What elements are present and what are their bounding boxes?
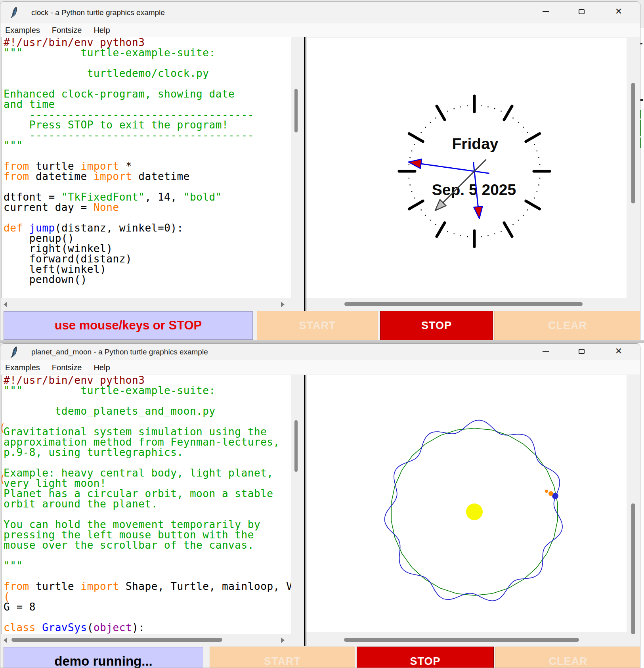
code-line: penup() bbox=[2, 233, 291, 243]
menu-fontsize[interactable]: Fontsize bbox=[52, 26, 82, 35]
code-view[interactable]: #!/usr/bin/env python3""" turtle-example… bbox=[1, 37, 291, 298]
start-button[interactable]: START bbox=[257, 311, 378, 340]
hour-tick bbox=[526, 134, 540, 142]
minute-hand-arrowhead bbox=[474, 206, 482, 218]
minute-dot bbox=[523, 215, 524, 216]
scroll-thumb[interactable] bbox=[344, 638, 579, 642]
minute-dot bbox=[481, 105, 482, 106]
minute-dot bbox=[454, 108, 455, 109]
code-view[interactable]: #!/usr/bin/env python3""" turtle-example… bbox=[1, 375, 291, 634]
titlebar[interactable]: clock - a Python turtle graphics example… bbox=[0, 2, 640, 23]
menubar: Examples Fontsize Help bbox=[0, 23, 640, 37]
minute-dot bbox=[539, 178, 540, 178]
scroll-thumb[interactable] bbox=[294, 420, 298, 472]
minute-dot bbox=[421, 132, 422, 133]
canvas-vertical-scrollbar[interactable] bbox=[627, 37, 640, 311]
minute-dot bbox=[409, 184, 410, 185]
scroll-right-arrow-icon[interactable] bbox=[281, 637, 285, 643]
titlebar[interactable]: planet_and_moon - a Python turtle graphi… bbox=[0, 344, 640, 360]
minute-dot bbox=[460, 235, 461, 236]
code-horizontal-scrollbar[interactable] bbox=[0, 298, 291, 311]
canvas-horizontal-scrollbar[interactable] bbox=[306, 298, 640, 311]
minute-dot bbox=[539, 164, 540, 165]
clear-button[interactable]: CLEAR bbox=[495, 647, 640, 668]
code-line: right(winkel) bbox=[2, 243, 291, 254]
code-line bbox=[2, 58, 291, 68]
turtle-canvas-orbit[interactable] bbox=[306, 375, 627, 632]
close-icon: ✕ bbox=[615, 347, 622, 356]
clear-button[interactable]: CLEAR bbox=[494, 311, 640, 340]
scroll-thumb[interactable] bbox=[631, 83, 635, 203]
minute-dot bbox=[494, 234, 495, 234]
minute-dot bbox=[430, 220, 431, 220]
code-line: orbit around the planet. bbox=[2, 499, 291, 509]
code-line: dtfont = "TkFixedFont", 14, "bold" bbox=[2, 192, 291, 202]
stray-paren-mark: ( bbox=[1, 474, 6, 484]
menu-examples[interactable]: Examples bbox=[5, 363, 40, 372]
code-line: """ turtle-example-suite: bbox=[2, 385, 291, 396]
stop-button[interactable]: STOP bbox=[380, 311, 493, 340]
code-line: forward(distanz) bbox=[2, 254, 291, 264]
minute-dot bbox=[487, 235, 488, 236]
code-line: from datetime import datetime bbox=[2, 171, 291, 182]
minute-dot bbox=[447, 231, 448, 232]
minute-dot bbox=[414, 197, 415, 198]
minute-dot bbox=[409, 164, 409, 165]
code-line: from turtle import Shape, Turtle, mainlo… bbox=[2, 581, 291, 591]
minute-dot bbox=[501, 111, 501, 111]
window-planet-and-moon: planet_and_moon - a Python turtle graphi… bbox=[0, 343, 640, 668]
minute-dot bbox=[430, 122, 431, 122]
minute-dot bbox=[537, 151, 537, 151]
stray-paren-mark: ( bbox=[1, 423, 6, 433]
minute-dot bbox=[538, 184, 539, 185]
code-line: Example: heavy central body, light plane… bbox=[2, 468, 291, 478]
scroll-thumb[interactable] bbox=[344, 302, 583, 306]
minute-dot bbox=[494, 108, 495, 109]
maximize-button[interactable] bbox=[572, 345, 590, 358]
code-line: Planet has a circular orbit, moon a stab… bbox=[2, 488, 291, 499]
code-vertical-scrollbar[interactable] bbox=[291, 375, 304, 634]
canvas-vertical-scrollbar[interactable] bbox=[627, 375, 640, 646]
minimize-button[interactable] bbox=[537, 345, 555, 358]
control-bar: use mouse/keys or STOP STARTSTOPCLEAR bbox=[0, 311, 640, 341]
code-horizontal-scrollbar[interactable] bbox=[0, 634, 291, 646]
menu-examples[interactable]: Examples bbox=[5, 26, 40, 35]
minute-dot bbox=[501, 231, 501, 232]
scroll-thumb[interactable] bbox=[11, 638, 222, 642]
menu-help[interactable]: Help bbox=[94, 363, 110, 372]
minute-dot bbox=[527, 132, 528, 133]
minimize-icon bbox=[543, 351, 549, 352]
scroll-thumb[interactable] bbox=[631, 503, 635, 634]
control-bar: demo running... STARTSTOPCLEAR bbox=[0, 647, 640, 668]
canvas-horizontal-scrollbar[interactable] bbox=[306, 634, 640, 646]
hour-tick bbox=[504, 223, 512, 237]
code-line: Enhanced clock-program, showing date bbox=[2, 89, 291, 99]
screen: clock - a Python turtle graphics example… bbox=[0, 0, 644, 668]
start-button[interactable]: START bbox=[210, 647, 355, 668]
minute-dot bbox=[447, 111, 448, 111]
python-tk-feather-icon bbox=[10, 6, 19, 18]
close-button[interactable]: ✕ bbox=[610, 345, 628, 358]
turtle-canvas-clock[interactable]: FridaySep. 5 2025 bbox=[306, 38, 627, 298]
code-line: Gravitational system simulation using th… bbox=[2, 427, 291, 437]
code-line bbox=[2, 416, 291, 427]
minimize-button[interactable] bbox=[537, 5, 555, 18]
minute-dot bbox=[409, 157, 410, 158]
hour-tick bbox=[409, 201, 423, 209]
minute-dot bbox=[421, 209, 422, 210]
stop-button[interactable]: STOP bbox=[357, 647, 494, 668]
scroll-right-arrow-icon[interactable] bbox=[281, 302, 285, 307]
code-vertical-scrollbar[interactable] bbox=[291, 37, 304, 298]
menu-help[interactable]: Help bbox=[94, 26, 110, 35]
minute-dot bbox=[523, 127, 524, 128]
code-line: ( bbox=[2, 591, 291, 602]
scroll-left-arrow-icon[interactable] bbox=[4, 302, 7, 307]
close-button[interactable]: ✕ bbox=[610, 5, 628, 18]
maximize-button[interactable] bbox=[572, 5, 590, 18]
scroll-left-arrow-icon[interactable] bbox=[4, 637, 7, 643]
menu-fontsize[interactable]: Fontsize bbox=[52, 363, 82, 372]
code-line bbox=[2, 396, 291, 406]
scroll-thumb[interactable] bbox=[294, 89, 298, 132]
code-line: mouse over the scrollbar of the canvas. bbox=[2, 540, 291, 550]
code-line: """ bbox=[2, 561, 291, 571]
